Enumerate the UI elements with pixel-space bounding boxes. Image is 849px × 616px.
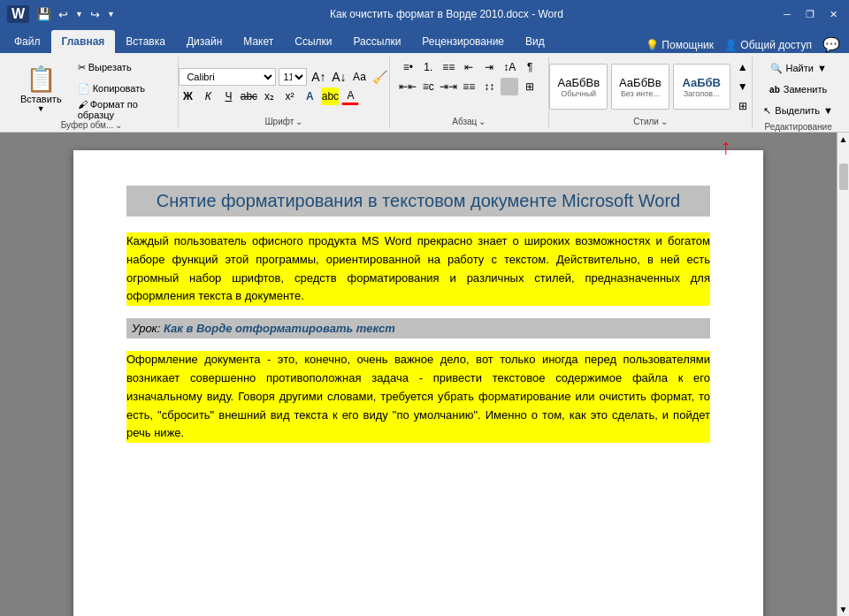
style-normal-label: Обычный (561, 89, 596, 98)
ribbon-tabs: Файл Главная Вставка Дизайн Макет Ссылки… (0, 28, 849, 53)
borders-button[interactable]: ⊞ (521, 78, 539, 95)
style-normal[interactable]: АаБбВв Обычный (549, 64, 608, 110)
text-highlight-button[interactable]: abc (321, 87, 339, 105)
styles-group: АаБбВв Обычный АаБбВв Без инте... АаБбВ … (549, 57, 753, 128)
replace-button[interactable]: ab Заменить (763, 80, 833, 99)
italic-button[interactable]: К (199, 87, 217, 105)
clear-format-button[interactable]: 🧹 (371, 68, 388, 86)
strikethrough-button[interactable]: abc (240, 87, 257, 105)
font-size-increase-button[interactable]: A↑ (310, 68, 327, 86)
paragraph-2: Оформление документа - это, конечно, оче… (126, 351, 710, 443)
clipboard-expand-icon[interactable]: ⌄ (115, 120, 122, 130)
find-icon: 🔍 (770, 63, 783, 74)
lesson-link[interactable]: Как в Ворде отформатировать текст (164, 322, 395, 335)
paragraph-group: ≡• 1. ≡≡ ⇤ ⇥ ↕A ¶ ⇤⇤ ≡c ⇥⇥ ≡≡ ↕↕ ⊞ Абзац… (390, 57, 549, 128)
font-color-button[interactable]: A (341, 87, 359, 105)
paste-button[interactable]: 📋 Вставить ▼ (12, 63, 70, 114)
replace-icon: ab (769, 85, 780, 95)
change-case-button[interactable]: Аа (350, 68, 368, 86)
document-page: Снятие форматирования в текстовом докуме… (73, 150, 763, 616)
undo-icon[interactable]: ↩ (58, 8, 68, 21)
decrease-indent-button[interactable]: ⇤ (460, 58, 478, 76)
underline-button[interactable]: Ч (219, 87, 237, 105)
increase-indent-button[interactable]: ⇥ (480, 58, 498, 76)
font-group-expand-icon[interactable]: ⌄ (295, 117, 302, 126)
editing-group: 🔍 Найти ▼ ab Заменить ↖ Выделить ▼ Редак… (753, 57, 844, 128)
undo-dropdown-icon[interactable]: ▼ (75, 10, 83, 19)
vertical-scrollbar[interactable]: ▲ ▼ (837, 133, 849, 616)
styles-scroll-down-button[interactable]: ▼ (734, 78, 752, 95)
numbered-list-button[interactable]: 1. (419, 58, 437, 76)
align-center-button[interactable]: ≡c (419, 78, 437, 95)
window-title: Как очистить формат в Ворде 2010.docx - … (115, 8, 778, 20)
clipboard-label: Буфер обм... (61, 120, 114, 130)
editing-group-label: Редактирование (765, 122, 832, 132)
scroll-thumb[interactable] (839, 164, 848, 190)
copy-button[interactable]: 📄 Копировать (73, 80, 171, 97)
justify-button[interactable]: ≡≡ (460, 78, 478, 95)
sort-button[interactable]: ↕A (501, 58, 518, 76)
tab-layout[interactable]: Макет (233, 30, 284, 53)
find-button[interactable]: 🔍 Найти ▼ (764, 58, 833, 78)
tab-insert[interactable]: Вставка (115, 30, 176, 53)
find-dropdown-icon[interactable]: ▼ (817, 63, 827, 73)
comments-button[interactable]: 💬 (822, 36, 840, 53)
tab-file[interactable]: Файл (4, 30, 51, 53)
select-button[interactable]: ↖ Выделить ▼ (757, 101, 839, 120)
subscript-button[interactable]: x₂ (260, 87, 278, 105)
styles-group-expand-icon[interactable]: ⌄ (661, 117, 668, 126)
select-icon: ↖ (763, 105, 771, 117)
tab-references[interactable]: Ссылки (284, 30, 342, 53)
find-label: Найти (786, 63, 814, 73)
tab-home[interactable]: Главная (51, 30, 116, 53)
restore-button[interactable]: ❐ (801, 5, 819, 23)
paragraph-1: Каждый пользователь офисного продукта MS… (126, 232, 710, 306)
quick-save-icon[interactable]: 💾 (36, 7, 51, 21)
align-left-button[interactable]: ⇤⇤ (399, 78, 417, 95)
minimize-button[interactable]: ─ (778, 5, 796, 23)
font-family-selector[interactable]: Calibri (179, 68, 276, 86)
style-no-spacing[interactable]: АаБбВв Без инте... (611, 64, 669, 110)
select-label: Выделить (775, 105, 820, 116)
paragraph-group-label: Абзац (452, 117, 477, 126)
styles-group-label: Стили (633, 117, 659, 126)
close-button[interactable]: ✕ (824, 5, 842, 23)
main-area: Снятие форматирования в текстовом докуме… (0, 133, 849, 616)
document-scroll-area[interactable]: Снятие форматирования в текстовом докуме… (0, 133, 837, 616)
select-dropdown-icon[interactable]: ▼ (823, 105, 833, 116)
tab-view[interactable]: Вид (515, 30, 555, 53)
styles-expand-button[interactable]: ⊞ (734, 97, 752, 115)
align-right-button[interactable]: ⇥⇥ (440, 78, 457, 95)
ribbon: 📋 Вставить ▼ ✂ Вырезать 📄 Копировать 🖌 Ф… (0, 53, 849, 133)
tab-design[interactable]: Дизайн (176, 30, 233, 53)
line-spacing-button[interactable]: ↕↕ (480, 78, 498, 95)
text-effects-button[interactable]: A (301, 87, 318, 105)
tab-review[interactable]: Рецензирование (411, 30, 515, 53)
red-arrow-indicator: ↑ (721, 134, 731, 159)
replace-label: Заменить (784, 84, 827, 95)
style-no-spacing-preview: АаБбВв (619, 76, 662, 89)
bullet-list-button[interactable]: ≡• (399, 58, 417, 76)
bold-button[interactable]: Ж (179, 87, 196, 105)
customize-icon[interactable]: ▼ (107, 10, 115, 19)
show-marks-button[interactable]: ¶ (521, 58, 539, 76)
format-painter-button[interactable]: 🖌 Формат по образцу (73, 101, 171, 118)
styles-scroll-up-button[interactable]: ▲ (734, 58, 752, 76)
superscript-button[interactable]: x² (280, 87, 298, 105)
shading-button[interactable] (501, 78, 518, 95)
scroll-down-button[interactable]: ▼ (838, 603, 849, 616)
app-icon: W (7, 5, 29, 23)
helper-icon[interactable]: 💡 Помощник (646, 39, 714, 51)
paragraph-group-expand-icon[interactable]: ⌄ (478, 117, 486, 126)
tab-mailings[interactable]: Рассылки (343, 30, 412, 53)
redo-icon[interactable]: ↪ (90, 8, 100, 21)
font-size-decrease-button[interactable]: A↓ (330, 68, 348, 86)
share-button[interactable]: 👤 Общий доступ (724, 39, 812, 51)
scroll-up-button[interactable]: ▲ (838, 133, 849, 146)
title-bar: W 💾 ↩ ▼ ↪ ▼ Как очистить формат в Ворде … (0, 0, 849, 28)
cut-button[interactable]: ✂ Вырезать (73, 58, 171, 76)
multilevel-list-button[interactable]: ≡≡ (440, 58, 457, 76)
font-group: Calibri 11 A↑ A↓ Аа 🧹 Ж К Ч abc x₂ x (179, 57, 390, 128)
style-heading1[interactable]: АаБбВ Заголов... (673, 64, 730, 110)
font-size-selector[interactable]: 11 (279, 68, 307, 86)
